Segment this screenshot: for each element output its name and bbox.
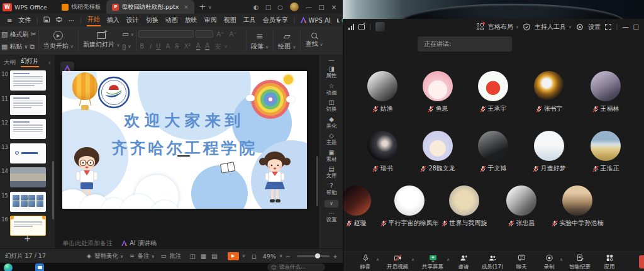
participant-tile[interactable]: 世界与我周旋 [436,185,492,228]
rail-item-settings[interactable]: 设置 [326,216,337,224]
copy-icon[interactable]: ⧉ [30,43,35,51]
slide-thumbnail[interactable]: 15 [0,192,55,212]
popout-icon[interactable] [358,24,365,30]
menu-home[interactable]: 开始 [87,14,101,26]
rail-item-library[interactable]: ▤ 文库 [326,165,337,180]
rail-item-help[interactable]: ? 帮助 [326,182,337,197]
edge-browser-icon[interactable] [4,263,13,271]
menu-animation[interactable]: 动画 [165,14,179,26]
zoom-slider-thumb[interactable] [315,253,320,258]
grid-layout-caret-icon[interactable]: ∨ [516,25,519,30]
slide-canvas[interactable]: 欢迎大家来到 齐齐哈尔工程学院 [62,71,307,209]
minimize-button[interactable]: — [303,4,315,11]
rail-more-icon[interactable]: ⋯ [329,210,335,216]
fullscreen-icon[interactable] [605,24,611,30]
menu-review[interactable]: 审阅 [204,14,218,26]
zoom-caret-icon[interactable]: ∨ [279,253,282,258]
end-meeting-button[interactable]: 结束 [639,255,644,268]
video-caret-icon[interactable]: ∧ [411,257,414,262]
font-name-input[interactable] [138,30,194,38]
host-tools-caret-icon[interactable]: ∨ [569,25,572,30]
participant-tile[interactable]: 于文博 [465,131,521,173]
paragraph-button[interactable]: ≡ 段落 ∨ [248,28,271,53]
slide-thumbnail[interactable]: 10 [0,70,55,91]
rail-item-properties[interactable]: ◨ 属性 [326,65,337,80]
meeting-logo[interactable] [375,22,385,31]
bold-button[interactable]: B [140,43,144,50]
rail-item-animation[interactable]: ☆ 动画 [326,82,337,97]
menu-view[interactable]: 视图 [223,14,237,26]
slide-thumbnail[interactable]: 11 [0,95,55,115]
add-slide-button[interactable]: + [0,233,55,243]
tab-close-icon[interactable]: × [184,4,189,10]
chat-button[interactable]: 聊天 [509,252,533,271]
section-icon[interactable]: ▯ [122,43,126,51]
participant-tile[interactable]: 张忠昌 [494,185,549,228]
participant-tile[interactable]: 实验中学孙浩楠 [550,185,605,228]
menu-file[interactable]: 文件 [18,16,31,25]
start-video-button[interactable]: 开启视频 ∧ [381,252,414,271]
fit-window-icon[interactable]: ◻ [252,253,257,260]
grid-layout-icon[interactable] [477,23,484,30]
notes-placeholder[interactable]: 单击此处添加备注 [62,239,113,248]
tab-presentation-doc[interactable]: P 母校回访杜欣彤.pptx × [106,0,194,14]
quick-chat-input[interactable]: ☺ 说点什么... [267,263,325,271]
participant-tile[interactable]: 平行宇宙的徐凤年 [382,185,437,228]
share-screen-button[interactable]: 共享屏幕 ∧ [416,252,449,271]
eye-protect-icon[interactable]: ◐ [253,4,259,11]
cut-icon[interactable]: ✂ [30,30,36,38]
participant-tile[interactable]: 赵璇 [343,185,384,228]
zoom-out-button[interactable]: − [286,253,291,260]
paste-button[interactable]: 粘贴 [9,42,22,51]
maximize-button[interactable]: □ [315,4,328,11]
participant-tile[interactable]: 王福林 [578,71,633,113]
reading-view-icon[interactable]: ▤ [211,253,217,260]
font-color-button[interactable]: A [196,42,201,50]
decrease-font-icon[interactable]: A⁻ [229,31,236,38]
play-from-current-button[interactable]: ▶ 当页开始 ∨ [41,28,76,53]
sorter-view-icon[interactable]: ▦ [201,253,206,260]
draw-button[interactable]: ▱ 绘图 ∨ [275,28,298,53]
record-caret-icon[interactable]: ∧ [560,257,563,262]
increase-font-icon[interactable]: A⁺ [216,31,224,38]
share-caret-icon[interactable]: ∧ [447,257,450,262]
zoom-level[interactable]: 49% [263,253,276,260]
meeting-app-icon[interactable] [35,263,44,271]
wps-ai-button[interactable]: WPS AI [301,17,331,24]
format-painter-button[interactable]: 格式刷 [9,30,28,39]
highlight-button[interactable]: A [205,42,209,50]
paste-caret-icon[interactable]: ∨ [24,44,28,50]
meeting-minimize-button[interactable]: — [623,23,629,30]
rail-item-assets[interactable]: ▣ 素材 [326,149,337,163]
ai-speech-draft-button[interactable]: AI 演讲稿 [121,239,157,248]
strikethrough-button[interactable]: S [175,43,179,50]
mute-caret-icon[interactable]: ∧ [376,257,379,262]
members-button[interactable]: 成员(17) [478,252,507,271]
participant-tile[interactable]: 王淮正 [578,131,633,173]
slide-title-line1[interactable]: 欢迎大家来到 [62,110,307,131]
layout-icon[interactable]: ▭ [122,30,128,38]
record-button[interactable]: 录制 ∧ [536,252,562,271]
apps-button[interactable]: 应用 [597,252,621,271]
menu-tools[interactable]: 工具 [243,14,257,26]
char-spacing-button[interactable]: A [165,43,170,50]
menu-design[interactable]: 设计 [126,14,140,26]
network-quality-icon[interactable] [348,24,354,30]
menu-transition[interactable]: 切换 [145,14,159,26]
new-slide-button[interactable]: 新建幻灯片 ∨ [80,28,122,53]
superscript-button[interactable]: X² [184,43,191,50]
participant-tile[interactable]: 月造好梦 [521,131,577,173]
host-tools-button[interactable]: 主持人工具 [535,23,566,31]
smart-notes-button[interactable]: 智能纪要 [565,252,595,271]
find-button[interactable]: 查找 ∨ [303,28,325,53]
smart-beautify-button[interactable]: ◈ 智能美化 ∨ [87,252,123,260]
tab-slides[interactable]: 幻灯片 [21,57,39,67]
canvas-scrollbar[interactable] [316,156,318,206]
rail-item-beautify[interactable]: ◆ 美化 [326,116,337,130]
font-size-input[interactable] [196,30,213,38]
participant-tile[interactable]: 28魏文龙 [410,131,465,173]
participant-tile[interactable]: 姑渔 [355,71,410,113]
hamburger-icon[interactable]: ≡ [7,17,12,24]
mute-button[interactable]: 静音 ∧ [352,252,379,271]
thumbnail-scrollbar[interactable] [52,161,54,219]
